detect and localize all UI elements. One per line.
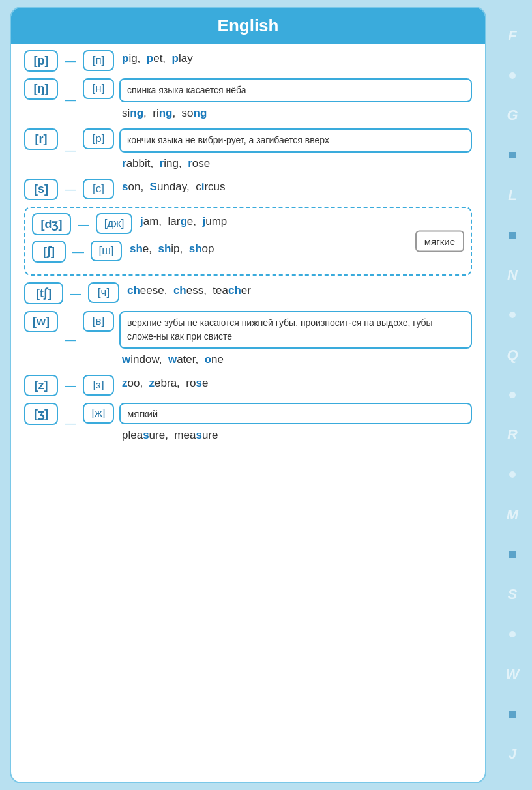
russian-r: [р] <box>83 128 114 149</box>
russian-sh: [ш] <box>91 241 122 261</box>
examples-text-s: son, Sunday, circus <box>119 179 472 196</box>
row-dz: [dʒ] — [дж] jam, large, jump <box>32 213 464 235</box>
dash-dz: — <box>78 218 89 231</box>
examples-text-z: zoo, zebra, rose <box>119 375 472 392</box>
row-sh: [ʃ] — [ш] she, ship, shop <box>32 241 464 263</box>
soft-note-zh: мягкий <box>119 403 472 424</box>
russian-z: [з] <box>83 375 114 396</box>
russian-s: [с] <box>83 179 114 199</box>
sidebar-letter-w: W <box>506 666 520 683</box>
row-zh: [ʒ] — [ж] мягкий pleasure, measure <box>24 403 472 444</box>
examples-s: son, Sunday, circus <box>119 179 472 196</box>
sidebar-letter-g: G <box>507 107 518 124</box>
russian-zh: [ж] <box>83 403 114 424</box>
examples-dz: jam, large, jump <box>138 213 464 230</box>
examples-sh: she, ship, shop <box>127 241 464 257</box>
sidebar-square-1 <box>509 152 516 158</box>
content-area: [p] — [п] pig, pet, play [ŋ] — [н] спинк… <box>11 44 485 779</box>
row-r: [r] — [р] кончик языка не вибри-рует, а … <box>24 128 472 172</box>
phoneme-p: [p] <box>24 50 58 72</box>
right-sidebar: F G L N Q R M S W J <box>493 0 532 790</box>
phoneme-dz: [dʒ] <box>32 213 71 235</box>
phoneme-zh: [ʒ] <box>24 403 58 425</box>
description-r: кончик языка не вибри-рует, а загибается… <box>119 128 472 153</box>
row-z: [z] — [з] zoo, zebra, rose <box>24 375 472 396</box>
sidebar-square-3 <box>509 551 516 558</box>
examples-text-dz: jam, large, jump <box>138 213 464 230</box>
dash-ng: — <box>65 93 76 107</box>
phoneme-r: [r] <box>24 128 58 150</box>
examples-ng: спинка языка касается нёба sing, ring, s… <box>119 78 472 122</box>
phoneme-ng: [ŋ] <box>24 78 58 100</box>
examples-text-sh: she, ship, shop <box>127 241 464 257</box>
sidebar-dot-3 <box>509 392 516 398</box>
sidebar-dot-4 <box>509 471 516 478</box>
sidebar-letter-n: N <box>507 267 518 284</box>
examples-w: верхние зубы не касаются нижней губы, пр… <box>119 311 472 368</box>
phoneme-tsh: [tʃ] <box>24 282 63 304</box>
soft-label: мягкие <box>415 231 464 252</box>
russian-w: [в] <box>83 311 114 332</box>
sidebar-letter-m: M <box>507 506 518 523</box>
dash-s: — <box>65 183 76 196</box>
phoneme-w: [w] <box>24 311 58 332</box>
dash-z: — <box>65 379 76 392</box>
examples-r: кончик языка не вибри-рует, а загибается… <box>119 128 472 172</box>
examples-z: zoo, zebra, rose <box>119 375 472 392</box>
dash-sh: — <box>72 245 84 259</box>
sidebar-letter-s: S <box>508 586 518 603</box>
dash-tsh: — <box>70 287 81 300</box>
dash-w: — <box>65 333 76 347</box>
dash-zh: — <box>65 417 76 430</box>
phoneme-z: [z] <box>24 375 58 396</box>
russian-ng: [н] <box>83 78 114 99</box>
examples-text-p: pig, pet, play <box>119 50 472 67</box>
examples-text-ng: sing, ring, song <box>119 105 472 122</box>
phoneme-s: [s] <box>24 179 58 200</box>
examples-p: pig, pet, play <box>119 50 472 67</box>
examples-text-w: window, water, one <box>119 351 472 368</box>
russian-p: [п] <box>83 50 114 71</box>
sidebar-square-2 <box>509 232 516 239</box>
examples-text-zh: pleasure, measure <box>119 427 472 444</box>
row-p: [p] — [п] pig, pet, play <box>24 50 472 72</box>
sidebar-letter-q: Q <box>507 347 518 364</box>
sidebar-dot-1 <box>509 72 516 79</box>
sidebar-dot-2 <box>509 312 516 318</box>
sidebar-letter-f: F <box>508 27 516 44</box>
soft-group: [dʒ] — [дж] jam, large, jump [ʃ] — [ш] s… <box>24 207 472 276</box>
dash-p: — <box>65 54 76 68</box>
examples-text-r: rabbit, ring, rose <box>119 155 472 172</box>
examples-text-tsh: cheese, chess, teacher <box>125 282 472 299</box>
row-ng: [ŋ] — [н] спинка языка касается нёба sin… <box>24 78 472 122</box>
row-s: [s] — [с] son, Sunday, circus <box>24 179 472 200</box>
examples-zh: мягкий pleasure, measure <box>119 403 472 444</box>
dash-r: — <box>65 143 76 157</box>
row-w: [w] — [в] верхние зубы не касаются нижне… <box>24 311 472 368</box>
sidebar-letter-j: J <box>509 746 516 763</box>
description-ng: спинка языка касается нёба <box>119 78 472 102</box>
sidebar-letter-l: L <box>508 187 516 204</box>
russian-dz: [дж] <box>96 213 132 234</box>
sidebar-letter-r: R <box>507 426 518 443</box>
description-w: верхние зубы не касаются нижней губы, пр… <box>119 311 472 349</box>
phoneme-sh: [ʃ] <box>32 241 66 263</box>
sidebar-dot-5 <box>509 631 516 637</box>
examples-tsh: cheese, chess, teacher <box>125 282 472 299</box>
main-card: English [p] — [п] pig, pet, play [ŋ] — [… <box>10 7 486 783</box>
page-title: English <box>218 16 279 36</box>
row-tsh: [tʃ] — [ч] cheese, chess, teacher <box>24 282 472 304</box>
russian-tsh: [ч] <box>88 282 119 303</box>
sidebar-square-4 <box>509 711 516 718</box>
